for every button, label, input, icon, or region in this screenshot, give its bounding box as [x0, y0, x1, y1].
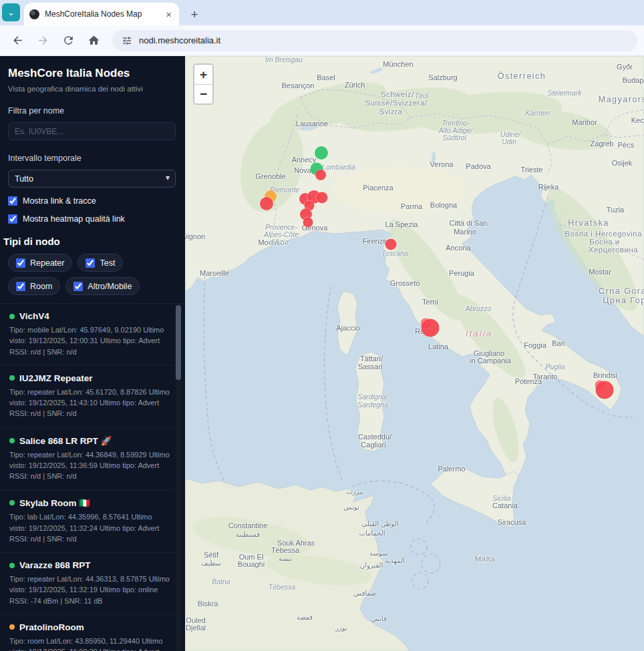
node-details: Tipo: repeater Lat/Lon: 44.36849, 8.5992… [9, 449, 170, 482]
node-name: Skylab Room 🇮🇹 [19, 497, 90, 508]
home-button[interactable] [83, 30, 104, 51]
node-details: Tipo: lab Lat/Lon: 44.35996, 8.57641 Ult… [9, 511, 170, 544]
node-types-title: Tipi di nodo [3, 236, 176, 247]
filter-label: Filtra per nome [8, 106, 176, 116]
node-type-label: Altro/Mobile [88, 282, 132, 291]
interval-select[interactable]: Tutto [8, 170, 176, 188]
node-type-pill[interactable]: Repeater [8, 254, 72, 272]
zoom-control: + − [193, 63, 214, 105]
node-status-dot [9, 314, 15, 319]
node-type-label: Room [30, 282, 52, 291]
browser-navbar: nodi.meshcoreitalia.it [0, 25, 644, 56]
zoom-out-button[interactable]: − [194, 84, 212, 103]
home-icon [88, 34, 100, 47]
node-type-label: Test [100, 258, 115, 268]
new-tab-button[interactable]: + [186, 6, 203, 23]
node-marker[interactable] [317, 192, 328, 204]
node-list[interactable]: VichV4 Tipo: mobile Lat/Lon: 45.97649, 9… [0, 303, 185, 651]
node-status-dot [9, 375, 15, 381]
reload-button[interactable] [57, 30, 79, 51]
node-type-checkbox[interactable] [16, 282, 25, 291]
node-type-checkbox[interactable] [86, 258, 95, 268]
node-marker[interactable] [315, 146, 328, 160]
node-status-dot [9, 438, 15, 443]
node-status-dot [9, 624, 15, 630]
node-name: IU2JMZ Repeater [19, 373, 93, 383]
node-list-item[interactable]: Varazze 868 RPT Tipo: repeater Lat/Lon: … [0, 553, 185, 615]
node-marker[interactable] [303, 218, 313, 228]
node-name: Salice 868 LR RPT 🚀 [19, 435, 112, 446]
back-icon [11, 34, 24, 47]
url-text: nodi.meshcoreitalia.it [139, 35, 220, 45]
browser-tab[interactable]: MeshCoreItalia Nodes Map × [24, 3, 179, 25]
node-list-item[interactable]: Salice 868 LR RPT 🚀 Tipo: repeater Lat/L… [0, 428, 185, 491]
site-favicon [29, 9, 39, 19]
reload-icon [62, 34, 75, 47]
node-status-dot [9, 563, 15, 568]
interval-label: Intervallo temporale [8, 154, 176, 163]
node-type-checkbox[interactable] [16, 258, 25, 268]
sidebar-scrollbar-track[interactable] [176, 304, 181, 651]
node-type-pill[interactable]: Altro/Mobile [65, 277, 140, 295]
address-bar[interactable]: nodi.meshcoreitalia.it [112, 30, 637, 51]
node-type-label: Repeater [30, 258, 64, 268]
page-title: MeshCore Italia Nodes [8, 67, 176, 80]
site-settings-icon[interactable] [122, 35, 132, 46]
page-subtitle: Vista geografica dinamica dei nodi attiv… [8, 85, 176, 93]
node-marker[interactable] [260, 197, 273, 210]
node-list-item[interactable]: IU2JMZ Repeater Tipo: repeater Lat/Lon: … [0, 366, 185, 428]
sidebar-scrollbar-thumb[interactable] [176, 305, 181, 380]
browser-tab-strip: ⌄ MeshCoreItalia Nodes Map × + [0, 0, 644, 25]
node-details: Tipo: repeater Lat/Lon: 44.36313, 8.5787… [9, 574, 170, 606]
toggle-links-traces[interactable]: Mostra link & tracce [8, 196, 176, 206]
node-status-dot [9, 500, 15, 505]
name-filter-input[interactable] [8, 122, 176, 140]
node-marker[interactable] [315, 170, 326, 180]
tab-search-icon[interactable]: ⌄ [2, 3, 20, 21]
heatmap-checkbox[interactable] [8, 214, 17, 224]
node-marker[interactable] [422, 319, 440, 337]
node-type-pill[interactable]: Room [8, 277, 60, 295]
map-markers [185, 56, 644, 651]
node-details: Tipo: repeater Lat/Lon: 45.61720, 8.8782… [9, 387, 170, 419]
toggle-heatmap[interactable]: Mostra heatmap qualità link [8, 214, 176, 224]
sidebar: MeshCore Italia Nodes Vista geografica d… [0, 56, 185, 651]
links-traces-checkbox[interactable] [8, 196, 17, 206]
tab-title: MeshCoreItalia Nodes Map [45, 9, 158, 19]
node-details: Tipo: room Lat/Lon: 43.85950, 11.29440 U… [9, 636, 170, 651]
node-type-filters: Repeater Test Room Altro/Mobile [8, 254, 176, 303]
node-name: Varazze 868 RPT [19, 560, 91, 570]
node-name: PratolinoRoom [19, 622, 84, 632]
node-list-item[interactable]: PratolinoRoom Tipo: room Lat/Lon: 43.859… [0, 615, 185, 651]
node-marker[interactable] [596, 381, 614, 399]
node-name: VichV4 [19, 311, 49, 321]
zoom-in-button[interactable]: + [194, 65, 212, 84]
tab-close-icon[interactable]: × [164, 9, 174, 19]
node-list-item[interactable]: VichV4 Tipo: mobile Lat/Lon: 45.97649, 9… [0, 304, 185, 366]
map[interactable]: Im Breisgau München Basel Zürich Salzbur… [185, 56, 644, 651]
forward-icon [37, 34, 49, 47]
node-list-item[interactable]: Skylab Room 🇮🇹 Tipo: lab Lat/Lon: 44.359… [0, 490, 185, 553]
node-type-pill[interactable]: Test [77, 254, 123, 272]
node-marker[interactable] [385, 239, 397, 250]
node-type-checkbox[interactable] [73, 282, 83, 291]
forward-button[interactable] [32, 30, 53, 51]
node-details: Tipo: mobile Lat/Lon: 45.97649, 9.02190 … [9, 324, 170, 357]
back-button[interactable] [7, 30, 28, 51]
